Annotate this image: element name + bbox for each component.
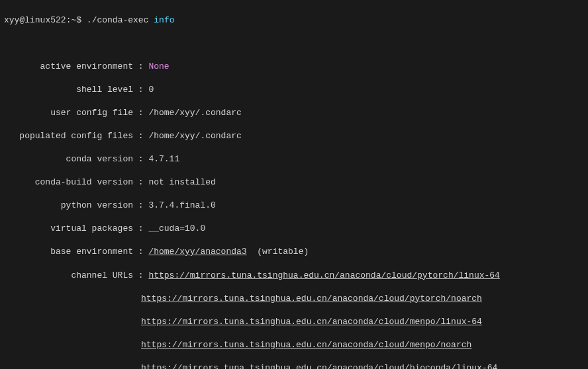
value-active-environment: None (148, 62, 169, 71)
prompt-arg: info (154, 15, 174, 25)
prompt-path: :~$ (66, 15, 81, 25)
channel-url-row: https://mirrors.tuna.tsinghua.edu.cn/ana… (4, 362, 584, 369)
label-active-environment: active environment (4, 61, 133, 73)
prompt-line[interactable]: xyy@linux522:~$ ./conda-exec info (4, 15, 584, 26)
info-shell-level: shell level : 0 (4, 84, 584, 96)
value-python-version: 3.7.4.final.0 (148, 200, 215, 210)
value-base-environment-suffix: (writable) (247, 247, 309, 257)
channel-url[interactable]: https://mirrors.tuna.tsinghua.edu.cn/ana… (141, 340, 471, 350)
prompt-command: ./conda-exec (87, 15, 149, 25)
terminal-output: xyy@linux522:~$ ./conda-exec info active… (4, 3, 584, 369)
value-user-config-file: /home/xyy/.condarc (148, 108, 241, 118)
channel-url-row: https://mirrors.tuna.tsinghua.edu.cn/ana… (4, 339, 584, 351)
value-shell-level: 0 (148, 85, 154, 95)
channel-url-row: https://mirrors.tuna.tsinghua.edu.cn/ana… (4, 316, 584, 328)
value-conda-build-version: not installed (148, 177, 215, 187)
info-populated-config-files: populated config files : /home/xyy/.cond… (4, 130, 584, 142)
channel-url[interactable]: https://mirrors.tuna.tsinghua.edu.cn/ana… (141, 294, 482, 304)
label-base-environment: base environment (4, 246, 133, 258)
info-virtual-packages: virtual packages : __cuda=10.0 (4, 223, 584, 235)
value-populated-config-files: /home/xyy/.condarc (148, 131, 241, 141)
info-user-config-file: user config file : /home/xyy/.condarc (4, 107, 584, 119)
info-conda-build-version: conda-build version : not installed (4, 177, 584, 188)
label-virtual-packages: virtual packages (4, 223, 133, 235)
label-shell-level: shell level (4, 84, 133, 96)
info-conda-version: conda version : 4.7.11 (4, 153, 584, 165)
value-virtual-packages: __cuda=10.0 (148, 224, 205, 233)
prompt-user-host: xyy@linux522 (4, 15, 66, 25)
channel-url[interactable]: https://mirrors.tuna.tsinghua.edu.cn/ana… (141, 363, 497, 369)
info-python-version: python version : 3.7.4.final.0 (4, 200, 584, 212)
value-conda-version: 4.7.11 (148, 154, 179, 164)
blank-line (4, 38, 584, 50)
channel-url-row: https://mirrors.tuna.tsinghua.edu.cn/ana… (4, 293, 584, 305)
channel-url[interactable]: https://mirrors.tuna.tsinghua.edu.cn/ana… (148, 270, 500, 280)
info-channel-urls: channel URLs : https://mirrors.tuna.tsin… (4, 270, 584, 282)
label-user-config-file: user config file (4, 107, 133, 119)
value-base-environment: /home/xyy/anaconda3 (148, 247, 246, 257)
label-channel-urls: channel URLs (4, 270, 133, 282)
label-conda-version: conda version (4, 153, 133, 165)
label-populated-config-files: populated config files (4, 130, 133, 142)
channel-url[interactable]: https://mirrors.tuna.tsinghua.edu.cn/ana… (141, 317, 482, 327)
info-active-environment: active environment : None (4, 61, 584, 73)
label-python-version: python version (4, 200, 133, 212)
label-conda-build-version: conda-build version (4, 177, 133, 188)
info-base-environment: base environment : /home/xyy/anaconda3 (… (4, 246, 584, 258)
